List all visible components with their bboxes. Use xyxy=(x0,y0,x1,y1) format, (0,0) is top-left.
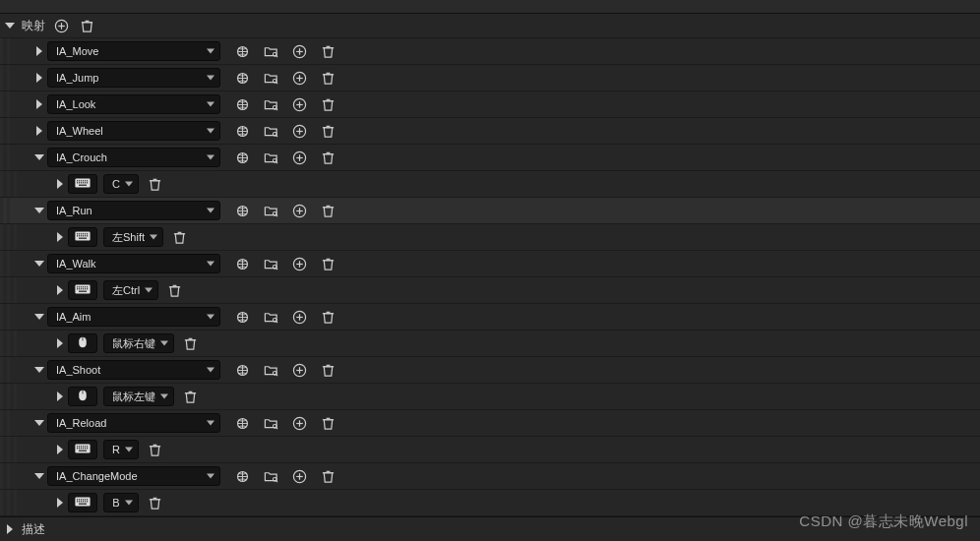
mappings-toggle[interactable] xyxy=(4,23,16,29)
open-folder-button[interactable] xyxy=(261,307,280,327)
add-binding-button[interactable] xyxy=(289,121,309,141)
expand-toggle[interactable] xyxy=(31,367,47,373)
expand-toggle[interactable] xyxy=(52,179,68,189)
browse-asset-button[interactable] xyxy=(232,413,252,433)
key-select[interactable]: 左Shift xyxy=(103,227,163,247)
mappings-section[interactable]: 映射 xyxy=(0,14,980,38)
open-folder-button[interactable] xyxy=(261,201,280,220)
add-binding-button[interactable] xyxy=(289,254,309,273)
description-section[interactable]: 描述 xyxy=(0,516,980,541)
device-select[interactable] xyxy=(68,387,97,406)
action-select[interactable]: IA_Run xyxy=(47,201,220,220)
add-binding-button[interactable] xyxy=(289,360,309,380)
delete-action-button[interactable] xyxy=(318,41,337,61)
device-select[interactable] xyxy=(68,174,97,194)
expand-toggle[interactable] xyxy=(31,473,47,479)
delete-action-button[interactable] xyxy=(318,466,337,486)
action-select[interactable]: IA_ChangeMode xyxy=(47,466,220,486)
expand-toggle[interactable] xyxy=(31,208,47,213)
action-select[interactable]: IA_Move xyxy=(47,41,220,61)
expand-toggle[interactable] xyxy=(52,285,68,295)
action-row[interactable]: IA_Move xyxy=(0,38,980,65)
device-select[interactable] xyxy=(68,227,97,247)
delete-action-button[interactable] xyxy=(318,360,337,380)
browse-asset-button[interactable] xyxy=(232,254,252,273)
device-select[interactable] xyxy=(68,440,97,459)
action-row[interactable]: IA_Wheel xyxy=(0,118,980,145)
expand-toggle[interactable] xyxy=(31,314,47,320)
delete-action-button[interactable] xyxy=(318,254,337,273)
binding-row[interactable]: C xyxy=(0,171,980,198)
device-select[interactable] xyxy=(68,493,97,512)
open-folder-button[interactable] xyxy=(261,360,280,380)
action-select[interactable]: IA_Wheel xyxy=(47,121,220,141)
add-binding-button[interactable] xyxy=(289,41,309,61)
delete-action-button[interactable] xyxy=(318,121,337,141)
action-select[interactable]: IA_Crouch xyxy=(47,148,220,167)
browse-asset-button[interactable] xyxy=(232,121,252,141)
open-folder-button[interactable] xyxy=(261,94,280,114)
expand-toggle[interactable] xyxy=(31,126,47,136)
delete-binding-button[interactable] xyxy=(145,440,164,459)
delete-action-button[interactable] xyxy=(318,307,337,327)
open-folder-button[interactable] xyxy=(261,413,280,433)
action-select[interactable]: IA_Reload xyxy=(47,413,220,433)
action-select[interactable]: IA_Aim xyxy=(47,307,220,327)
key-select[interactable]: 左Ctrl xyxy=(103,280,158,300)
browse-asset-button[interactable] xyxy=(232,148,252,167)
action-row[interactable]: IA_Run xyxy=(0,198,980,224)
action-select[interactable]: IA_Jump xyxy=(47,68,220,88)
expand-toggle[interactable] xyxy=(31,73,47,83)
browse-asset-button[interactable] xyxy=(232,307,252,327)
action-select[interactable]: IA_Walk xyxy=(47,254,220,273)
action-select[interactable]: IA_Shoot xyxy=(47,360,220,380)
add-binding-button[interactable] xyxy=(289,68,309,88)
delete-binding-button[interactable] xyxy=(164,280,184,300)
action-row[interactable]: IA_Reload xyxy=(0,410,980,437)
key-select[interactable]: B xyxy=(103,493,139,512)
delete-binding-button[interactable] xyxy=(169,227,189,247)
delete-all-mappings-button[interactable] xyxy=(77,16,96,35)
expand-toggle[interactable] xyxy=(52,391,68,401)
delete-binding-button[interactable] xyxy=(180,333,200,353)
device-select[interactable] xyxy=(68,280,97,300)
delete-action-button[interactable] xyxy=(318,68,337,88)
expand-toggle[interactable] xyxy=(31,154,47,160)
browse-asset-button[interactable] xyxy=(232,201,252,220)
key-select[interactable]: C xyxy=(103,174,139,194)
device-select[interactable] xyxy=(68,333,97,353)
expand-toggle[interactable] xyxy=(52,445,68,454)
delete-binding-button[interactable] xyxy=(145,174,164,194)
expand-toggle[interactable] xyxy=(31,46,47,56)
binding-row[interactable]: B xyxy=(0,490,980,516)
delete-binding-button[interactable] xyxy=(145,493,164,512)
key-select[interactable]: 鼠标左键 xyxy=(103,387,174,406)
delete-action-button[interactable] xyxy=(318,94,337,114)
browse-asset-button[interactable] xyxy=(232,360,252,380)
open-folder-button[interactable] xyxy=(261,254,280,273)
add-binding-button[interactable] xyxy=(289,94,309,114)
delete-action-button[interactable] xyxy=(318,148,337,167)
open-folder-button[interactable] xyxy=(261,121,280,141)
browse-asset-button[interactable] xyxy=(232,466,252,486)
add-binding-button[interactable] xyxy=(289,307,309,327)
description-toggle[interactable] xyxy=(4,524,16,534)
action-row[interactable]: IA_Jump xyxy=(0,65,980,91)
expand-toggle[interactable] xyxy=(31,99,47,109)
expand-toggle[interactable] xyxy=(52,498,68,508)
expand-toggle[interactable] xyxy=(31,420,47,426)
open-folder-button[interactable] xyxy=(261,41,280,61)
expand-toggle[interactable] xyxy=(52,232,68,242)
add-binding-button[interactable] xyxy=(289,413,309,433)
binding-row[interactable]: R xyxy=(0,437,980,463)
expand-toggle[interactable] xyxy=(31,261,47,267)
add-mapping-button[interactable] xyxy=(51,16,71,35)
binding-row[interactable]: 左Ctrl xyxy=(0,277,980,304)
binding-row[interactable]: 左Shift xyxy=(0,224,980,251)
open-folder-button[interactable] xyxy=(261,68,280,88)
open-folder-button[interactable] xyxy=(261,466,280,486)
browse-asset-button[interactable] xyxy=(232,68,252,88)
action-row[interactable]: IA_Look xyxy=(0,91,980,118)
key-select[interactable]: R xyxy=(103,440,139,459)
action-row[interactable]: IA_Shoot xyxy=(0,357,980,384)
